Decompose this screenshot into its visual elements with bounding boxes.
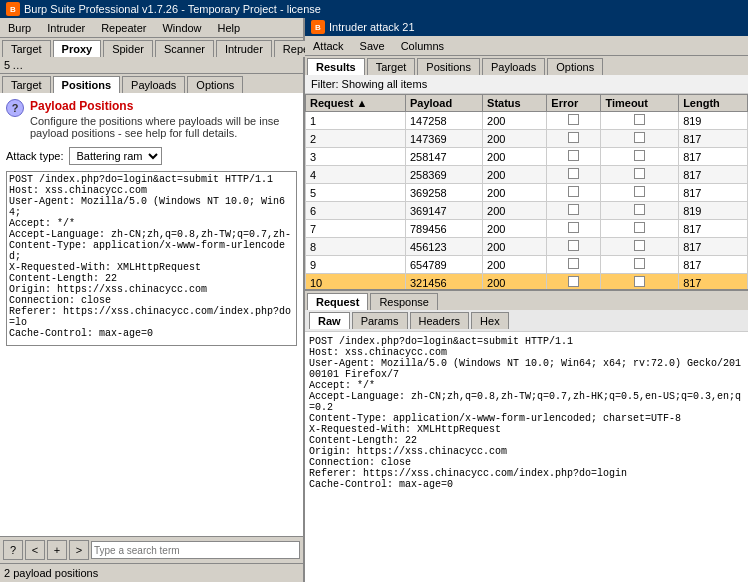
tab-params[interactable]: Params <box>352 312 408 329</box>
tab-options-right[interactable]: Options <box>547 58 603 75</box>
col-status[interactable]: Status <box>483 95 547 112</box>
cell-request: 1 <box>306 112 406 130</box>
cell-error[interactable] <box>547 112 601 130</box>
attack-menu-save[interactable]: Save <box>356 39 389 53</box>
table-row[interactable]: 2 147369 200 817 <box>306 130 748 148</box>
timeout-checkbox[interactable] <box>634 150 645 161</box>
error-checkbox[interactable] <box>568 204 579 215</box>
tab-target[interactable]: Target <box>2 40 51 57</box>
error-checkbox[interactable] <box>568 258 579 269</box>
cell-timeout[interactable] <box>601 220 679 238</box>
timeout-checkbox[interactable] <box>634 132 645 143</box>
tab-target2[interactable]: Target <box>2 76 51 93</box>
help-button[interactable]: ? <box>3 540 23 560</box>
cell-error[interactable] <box>547 148 601 166</box>
results-table[interactable]: Request ▲ Payload Status Error Timeout L… <box>305 94 748 289</box>
table-row[interactable]: 4 258369 200 817 <box>306 166 748 184</box>
timeout-checkbox[interactable] <box>634 114 645 125</box>
add-button[interactable]: + <box>47 540 67 560</box>
tab-positions-right[interactable]: Positions <box>417 58 480 75</box>
timeout-checkbox[interactable] <box>634 240 645 251</box>
table-row[interactable]: 9 654789 200 817 <box>306 256 748 274</box>
tab-results[interactable]: Results <box>307 58 365 75</box>
menu-intruder[interactable]: Intruder <box>43 21 89 35</box>
tab-hex[interactable]: Hex <box>471 312 509 329</box>
error-checkbox[interactable] <box>568 168 579 179</box>
timeout-checkbox[interactable] <box>634 276 645 287</box>
attack-menu-columns[interactable]: Columns <box>397 39 448 53</box>
error-checkbox[interactable] <box>568 186 579 197</box>
tab-request[interactable]: Request <box>307 293 368 310</box>
cell-payload: 321456 <box>405 274 482 290</box>
tab-intruder[interactable]: Intruder <box>216 40 272 57</box>
error-checkbox[interactable] <box>568 276 579 287</box>
cell-timeout[interactable] <box>601 238 679 256</box>
tab-payloads-left[interactable]: Payloads <box>122 76 185 93</box>
tab-spider[interactable]: Spider <box>103 40 153 57</box>
tab-target-right[interactable]: Target <box>367 58 416 75</box>
menu-help[interactable]: Help <box>214 21 245 35</box>
table-row[interactable]: 7 789456 200 817 <box>306 220 748 238</box>
cell-error[interactable] <box>547 184 601 202</box>
error-checkbox[interactable] <box>568 240 579 251</box>
col-length[interactable]: Length <box>679 95 748 112</box>
tab-response[interactable]: Response <box>370 293 438 310</box>
cell-error[interactable] <box>547 202 601 220</box>
error-checkbox[interactable] <box>568 222 579 233</box>
table-row[interactable]: 10 321456 200 817 <box>306 274 748 290</box>
cell-payload: 369258 <box>405 184 482 202</box>
response-content[interactable]: POST /index.php?do=login&act=submit HTTP… <box>305 332 748 489</box>
col-payload[interactable]: Payload <box>405 95 482 112</box>
menu-window[interactable]: Window <box>158 21 205 35</box>
table-row[interactable]: 5 369258 200 817 <box>306 184 748 202</box>
table-row[interactable]: 6 369147 200 819 <box>306 202 748 220</box>
col-timeout[interactable]: Timeout <box>601 95 679 112</box>
http-request-display[interactable]: POST /index.php?do=login&act=submit HTTP… <box>6 171 297 346</box>
tab-scanner[interactable]: Scanner <box>155 40 214 57</box>
cell-status: 200 <box>483 274 547 290</box>
error-checkbox[interactable] <box>568 114 579 125</box>
attack-menu-attack[interactable]: Attack <box>309 39 348 53</box>
tab-payloads-right[interactable]: Payloads <box>482 58 545 75</box>
tab-options-left[interactable]: Options <box>187 76 243 93</box>
attack-type-select[interactable]: Battering ram <box>69 147 162 165</box>
cell-error[interactable] <box>547 238 601 256</box>
timeout-checkbox[interactable] <box>634 222 645 233</box>
timeout-checkbox[interactable] <box>634 258 645 269</box>
table-row[interactable]: 3 258147 200 817 <box>306 148 748 166</box>
cell-error[interactable] <box>547 274 601 290</box>
cell-timeout[interactable] <box>601 148 679 166</box>
tab-headers[interactable]: Headers <box>410 312 470 329</box>
cell-length: 817 <box>679 256 748 274</box>
cell-status: 200 <box>483 112 547 130</box>
menu-repeater[interactable]: Repeater <box>97 21 150 35</box>
table-row[interactable]: 8 456123 200 817 <box>306 238 748 256</box>
cell-timeout[interactable] <box>601 166 679 184</box>
cell-timeout[interactable] <box>601 184 679 202</box>
search-input[interactable] <box>91 541 300 559</box>
cell-timeout[interactable] <box>601 274 679 290</box>
col-error[interactable]: Error <box>547 95 601 112</box>
tab-proxy[interactable]: Proxy <box>53 40 102 57</box>
next-button[interactable]: > <box>69 540 89 560</box>
cell-error[interactable] <box>547 130 601 148</box>
cell-timeout[interactable] <box>601 202 679 220</box>
timeout-checkbox[interactable] <box>634 168 645 179</box>
cell-timeout[interactable] <box>601 112 679 130</box>
cell-error[interactable] <box>547 166 601 184</box>
menu-burp[interactable]: Burp <box>4 21 35 35</box>
prev-button[interactable]: < <box>25 540 45 560</box>
help-icon[interactable]: ? <box>6 99 24 117</box>
tab-raw[interactable]: Raw <box>309 312 350 329</box>
cell-timeout[interactable] <box>601 256 679 274</box>
col-request[interactable]: Request ▲ <box>306 95 406 112</box>
tab-positions[interactable]: Positions <box>53 76 121 93</box>
cell-error[interactable] <box>547 256 601 274</box>
table-row[interactable]: 1 147258 200 819 <box>306 112 748 130</box>
cell-error[interactable] <box>547 220 601 238</box>
cell-timeout[interactable] <box>601 130 679 148</box>
error-checkbox[interactable] <box>568 150 579 161</box>
error-checkbox[interactable] <box>568 132 579 143</box>
timeout-checkbox[interactable] <box>634 204 645 215</box>
timeout-checkbox[interactable] <box>634 186 645 197</box>
